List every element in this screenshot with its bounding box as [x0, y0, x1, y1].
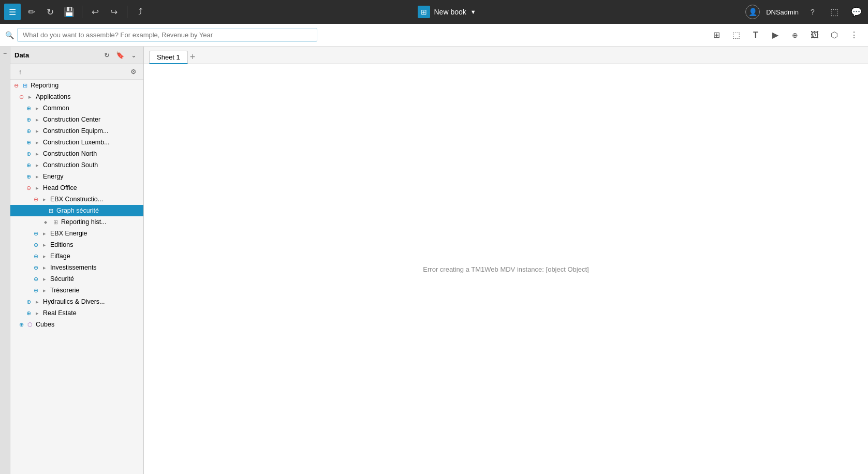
- arrow-eiffage-icon: ▸: [40, 252, 49, 260]
- screen-button[interactable]: ⬚: [827, 4, 842, 20]
- grid-icon[interactable]: ⊞: [708, 26, 725, 44]
- tree-item-securite[interactable]: ⊕ ▸ Sécurité: [10, 273, 143, 285]
- cubes-label: Cubes: [36, 321, 54, 328]
- sidebar-toggle[interactable]: −: [0, 47, 10, 474]
- refresh-icon: ↻: [47, 7, 54, 18]
- search-bar: 🔍 ⊞ ⬚ T ▶ ⊕ 🖼 ⬡ ⋮: [0, 24, 868, 47]
- tree-item-ebx-energie[interactable]: ⊕ ▸ EBX Energie: [10, 228, 143, 239]
- arrow-common-icon: ▸: [33, 104, 41, 112]
- hamburger-icon: ☰: [9, 7, 16, 17]
- panel-title: Data: [14, 51, 99, 59]
- tree-item-construction-south[interactable]: ⊕ ▸ Construction South: [10, 159, 143, 171]
- tree-item-tresorerie[interactable]: ⊕ ▸ Trésorerie: [10, 285, 143, 296]
- refresh-button[interactable]: ↻: [42, 4, 58, 20]
- arrow-cn-icon: ▸: [33, 150, 41, 158]
- tree-item-cubes[interactable]: ⊕ ⬡ Cubes: [10, 319, 143, 330]
- add-securite-icon: ⊕: [32, 275, 39, 283]
- tree-item-investissements[interactable]: ⊕ ▸ Investissements: [10, 262, 143, 273]
- sheet-tab-1[interactable]: Sheet 1: [149, 51, 188, 64]
- collapse-icon: −: [3, 50, 7, 57]
- db-icon: ⊞: [21, 81, 29, 90]
- top-toolbar: ☰ ✏ ↻ 💾 ↩ ↪ ⤴ ⊞ New book ▼ 👤 DNSadmin ? …: [0, 0, 868, 24]
- real-estate-label: Real Estate: [43, 309, 77, 317]
- editions-label: Editions: [50, 241, 73, 248]
- tree-item-graph-securite[interactable]: ⊞ Graph sécurité: [10, 205, 143, 216]
- data-panel-toolbar: ↑ ⚙: [10, 64, 143, 80]
- tree-item-common[interactable]: ⊕ ▸ Common: [10, 102, 143, 114]
- separator-2: [127, 6, 127, 18]
- dot-rh-icon: ◆: [41, 218, 50, 226]
- undo-icon: ↩: [92, 7, 99, 18]
- web-icon[interactable]: ⊕: [786, 26, 804, 44]
- undo-button[interactable]: ↩: [87, 4, 103, 20]
- arrow-ebxe-icon: ▸: [40, 229, 49, 238]
- ebx-construction-label: EBX Constructio...: [50, 196, 103, 203]
- tree-item-construction-center[interactable]: ⊕ ▸ Construction Center: [10, 114, 143, 125]
- add-invest-icon: ⊕: [32, 264, 39, 271]
- ebx-energie-label: EBX Energie: [50, 230, 87, 237]
- content-area: Sheet 1 + Error creating a TM1Web MDV in…: [144, 47, 868, 474]
- settings-icon[interactable]: ⋮: [845, 26, 863, 44]
- add-cs-icon: ⊕: [25, 161, 32, 169]
- arrow-invest-icon: ▸: [40, 263, 49, 272]
- help-button[interactable]: ?: [805, 4, 820, 20]
- tree-item-reporting-hist[interactable]: ◆ ⊞ Reporting hist...: [10, 216, 143, 228]
- edit-button[interactable]: ✏: [24, 4, 39, 20]
- search-input[interactable]: [17, 28, 317, 42]
- construction-center-label: Construction Center: [43, 116, 100, 123]
- separator-1: [82, 6, 82, 18]
- tree-item-construction-luxem[interactable]: ⊕ ▸ Construction Luxemb...: [10, 137, 143, 148]
- tree-item-real-estate[interactable]: ⊕ ▸ Real Estate: [10, 307, 143, 319]
- edit-icon: ✏: [28, 7, 35, 18]
- arrow-hydraulics-icon: ▸: [33, 298, 41, 306]
- tree-item-applications[interactable]: ⊖ ▸ Applications: [10, 91, 143, 102]
- tree-item-eiffage[interactable]: ⊕ ▸ Eiffage: [10, 250, 143, 262]
- tree-item-reporting[interactable]: ⊖ ⊞ Reporting: [10, 80, 143, 91]
- shape-icon[interactable]: ⬡: [826, 26, 843, 44]
- save-icon: 💾: [64, 7, 75, 18]
- view-gs-icon: ⊞: [47, 206, 55, 215]
- tree-item-construction-equip[interactable]: ⊕ ▸ Construction Equipm...: [10, 125, 143, 137]
- insert-icon[interactable]: ⬚: [727, 26, 745, 44]
- arrow-cc-icon: ▸: [33, 115, 41, 124]
- panel-more-icon[interactable]: ⌄: [128, 50, 139, 61]
- panel-bookmark-icon[interactable]: 🔖: [114, 50, 126, 61]
- text-icon[interactable]: T: [747, 26, 764, 44]
- tree-item-construction-north[interactable]: ⊕ ▸ Construction North: [10, 148, 143, 159]
- collapse-ho-icon: ⊖: [25, 184, 32, 191]
- add-hydraulics-icon: ⊕: [25, 298, 32, 305]
- share-button[interactable]: ⤴: [133, 4, 148, 20]
- share-icon: ⤴: [138, 7, 143, 17]
- applications-label: Applications: [36, 93, 70, 100]
- search-icon: 🔍: [5, 31, 14, 39]
- arrow-ce-icon: ▸: [33, 127, 41, 135]
- add-ce-icon: ⊕: [25, 127, 32, 135]
- add-sheet-icon: +: [190, 52, 196, 62]
- save-button[interactable]: 💾: [61, 4, 77, 20]
- arrow-securite-icon: ▸: [40, 275, 49, 283]
- play-icon[interactable]: ▶: [767, 26, 784, 44]
- chat-button[interactable]: 💬: [848, 4, 864, 20]
- add-editions-icon: ⊕: [32, 241, 39, 248]
- add-eiffage-icon: ⊕: [32, 253, 39, 260]
- image-icon[interactable]: 🖼: [806, 26, 823, 44]
- reporting-hist-label: Reporting hist...: [61, 218, 107, 226]
- tree-item-head-office[interactable]: ⊖ ▸ Head Office: [10, 182, 143, 194]
- back-icon[interactable]: ↑: [14, 66, 26, 78]
- tree-item-ebx-construction[interactable]: ⊖ ▸ EBX Constructio...: [10, 194, 143, 205]
- tree-item-energy[interactable]: ⊕ ▸ Energy: [10, 171, 143, 182]
- gear-icon[interactable]: ⚙: [128, 66, 139, 78]
- panel-refresh-icon[interactable]: ↻: [101, 50, 112, 61]
- add-cubes-icon: ⊕: [18, 321, 25, 328]
- tree-item-editions[interactable]: ⊕ ▸ Editions: [10, 239, 143, 250]
- new-book-button[interactable]: ⊞ New book ▼: [413, 4, 481, 20]
- tree-item-hydraulics[interactable]: ⊕ ▸ Hydraulics & Divers...: [10, 296, 143, 307]
- add-sheet-button[interactable]: +: [190, 52, 196, 63]
- menu-button[interactable]: ☰: [4, 4, 21, 20]
- construction-south-label: Construction South: [43, 161, 98, 169]
- securite-label: Sécurité: [50, 275, 74, 283]
- add-common-icon: ⊕: [25, 105, 32, 112]
- redo-button[interactable]: ↪: [106, 4, 122, 20]
- construction-equip-label: Construction Equipm...: [43, 127, 108, 135]
- common-label: Common: [43, 105, 69, 112]
